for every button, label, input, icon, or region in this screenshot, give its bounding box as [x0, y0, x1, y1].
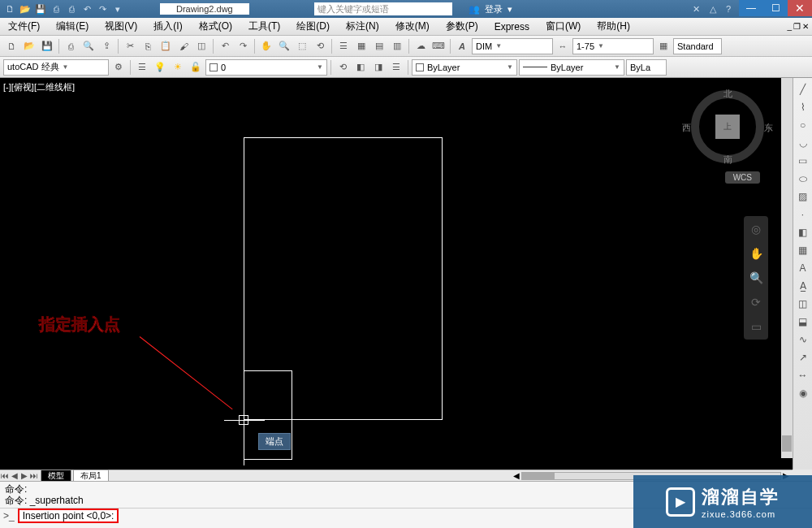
text-style-icon[interactable]: A — [454, 38, 470, 54]
menu-format[interactable]: 格式(O) — [191, 19, 240, 33]
qat-redo-icon[interactable]: ↷ — [96, 2, 109, 15]
viewcube-south[interactable]: 南 — [723, 154, 732, 166]
circle-tool-icon[interactable]: ○ — [795, 117, 811, 133]
donut-tool-icon[interactable]: ◉ — [795, 385, 811, 401]
zoom-icon[interactable]: 🔍 — [276, 38, 292, 54]
qat-open-icon[interactable]: 📂 — [19, 2, 32, 15]
workspace-dropdown[interactable]: utoCAD 经典 ▼ — [3, 59, 109, 76]
designcenter-icon[interactable]: ▦ — [353, 38, 369, 54]
close-button[interactable]: ✕ — [788, 0, 812, 16]
layer-states-icon[interactable]: ☰ — [388, 59, 404, 76]
zoom-window-icon[interactable]: ⬚ — [294, 38, 310, 54]
text-style-dropdown[interactable]: Standard — [673, 38, 722, 54]
toolpalette-icon[interactable]: ▤ — [371, 38, 387, 54]
paste-icon[interactable]: 📋 — [158, 38, 174, 54]
layer-on-icon[interactable]: 💡 — [152, 59, 168, 76]
color-dropdown[interactable]: ByLayer ▼ — [412, 59, 517, 76]
tab-first-icon[interactable]: ⏮ — [0, 471, 10, 480]
zoom-prev-icon[interactable]: ⟲ — [312, 38, 328, 54]
menu-window[interactable]: 窗口(W) — [538, 19, 589, 33]
scrollbar-thumb[interactable] — [782, 435, 792, 452]
drawing-viewport[interactable]: [-][俯视][二维线框] 端点 指定插入点 上 北 南 东 西 WCS ◎ ✋… — [0, 78, 793, 470]
menu-draw[interactable]: 绘图(D) — [288, 19, 338, 33]
qat-save-icon[interactable]: 💾 — [34, 2, 47, 15]
menu-insert[interactable]: 插入(I) — [145, 19, 190, 33]
sheetset-icon[interactable]: ▥ — [389, 38, 405, 54]
viewcube-east[interactable]: 东 — [764, 122, 773, 134]
open-icon[interactable]: 📂 — [21, 38, 37, 54]
search-input[interactable]: 键入关键字或短语 — [314, 2, 452, 15]
view-cube[interactable]: 上 北 南 东 西 — [687, 86, 768, 167]
mdi-min-icon[interactable]: _ — [787, 22, 792, 31]
qat-more-icon[interactable]: ▾ — [111, 2, 124, 15]
mdi-restore-icon[interactable]: ❐ — [793, 22, 801, 31]
zoom-tool-icon[interactable]: 🔍 — [748, 270, 764, 286]
layer-manager-icon[interactable]: ☰ — [134, 59, 150, 76]
copy-icon[interactable]: ⎘ — [140, 38, 156, 54]
rectangle-tool-icon[interactable]: ▭ — [795, 153, 811, 169]
polyline-tool-icon[interactable]: ⌇ — [795, 99, 811, 115]
viewcube-face[interactable]: 上 — [715, 115, 740, 139]
dim-scale-dropdown[interactable]: 1-75 ▼ — [572, 38, 654, 54]
tab-last-icon[interactable]: ⏭ — [29, 471, 39, 480]
new-icon[interactable]: 🗋 — [3, 38, 19, 54]
qat-plot-icon[interactable]: ⎙ — [65, 2, 78, 15]
qat-saveas-icon[interactable]: ⎙ — [50, 2, 63, 15]
mdi-close-icon[interactable]: ✕ — [802, 22, 809, 31]
block-tool-icon[interactable]: ◫ — [795, 296, 811, 312]
minimize-button[interactable]: — — [739, 0, 763, 16]
undo-icon[interactable]: ↶ — [217, 38, 233, 54]
command-input[interactable]: Insertion point <0,0>: — [18, 509, 119, 523]
viewcube-west[interactable]: 西 — [682, 122, 691, 134]
scroll-left-icon[interactable]: ◀ — [513, 471, 520, 480]
tab-prev-icon[interactable]: ◀ — [10, 471, 19, 480]
cut-icon[interactable]: ✂ — [122, 38, 138, 54]
tab-layout1[interactable]: 布局1 — [73, 470, 109, 482]
layer-lock-icon[interactable]: 🔓 — [188, 59, 204, 76]
layer-iso-icon[interactable]: ◧ — [352, 59, 369, 76]
menu-edit[interactable]: 编辑(E) — [48, 19, 97, 33]
menu-help[interactable]: 帮助(H) — [589, 19, 638, 33]
pan-icon[interactable]: ✋ — [258, 38, 274, 54]
region-tool-icon[interactable]: ◧ — [795, 224, 811, 240]
arc-tool-icon[interactable]: ◡ — [795, 135, 811, 151]
orbit-tool-icon[interactable]: ⟳ — [748, 294, 764, 310]
workspace-settings-icon[interactable]: ⚙ — [110, 59, 127, 76]
menu-parametric[interactable]: 参数(P) — [438, 19, 486, 33]
steering-wheel-icon[interactable]: ◎ — [748, 221, 764, 237]
blockeditor-icon[interactable]: ◫ — [193, 38, 209, 54]
qat-undo-icon[interactable]: ↶ — [80, 2, 93, 15]
maximize-button[interactable]: ☐ — [763, 0, 788, 16]
matchprop-icon[interactable]: 🖌 — [175, 38, 192, 54]
point-tool-icon[interactable]: · — [795, 206, 811, 223]
qat-new-icon[interactable]: 🗋 — [3, 2, 16, 15]
layer-dropdown[interactable]: 0 ▼ — [205, 59, 327, 76]
tab-model[interactable]: 模型 — [41, 470, 71, 482]
login-area[interactable]: 👥 登录 ▾ — [469, 3, 512, 15]
mtext-tool-icon[interactable]: A̲ — [795, 278, 811, 294]
redo-icon[interactable]: ↷ — [235, 38, 251, 54]
cloud-icon[interactable]: △ — [710, 4, 716, 15]
plot-icon[interactable]: ⎙ — [63, 38, 79, 54]
menu-view[interactable]: 视图(V) — [97, 19, 145, 33]
markup-icon[interactable]: ☁ — [412, 38, 429, 54]
save-icon[interactable]: 💾 — [39, 38, 55, 54]
tab-next-icon[interactable]: ▶ — [19, 471, 29, 480]
menu-express[interactable]: Express — [486, 21, 538, 32]
help-icon[interactable]: ? — [726, 4, 731, 14]
dim-icon[interactable]: ↔ — [555, 38, 571, 54]
vertical-scrollbar[interactable] — [781, 78, 793, 458]
calc-icon[interactable]: ⌨ — [430, 38, 447, 54]
layer-prev-icon[interactable]: ⟲ — [335, 59, 351, 76]
exchange-icon[interactable]: ✕ — [693, 4, 700, 15]
wcs-badge[interactable]: WCS — [725, 171, 760, 184]
line-tool-icon[interactable]: ╱ — [795, 81, 811, 97]
viewport-label[interactable]: [-][俯视][二维线框] — [3, 81, 75, 93]
menu-file[interactable]: 文件(F) — [0, 19, 48, 33]
pan-tool-icon[interactable]: ✋ — [748, 245, 764, 262]
scrollbar-thumb[interactable] — [522, 473, 555, 479]
linetype-dropdown[interactable]: ByLayer ▼ — [519, 59, 624, 76]
dim-style-dropdown[interactable]: DIM ▼ — [472, 38, 553, 54]
preview-icon[interactable]: 🔍 — [80, 38, 97, 54]
menu-modify[interactable]: 修改(M) — [387, 19, 438, 33]
